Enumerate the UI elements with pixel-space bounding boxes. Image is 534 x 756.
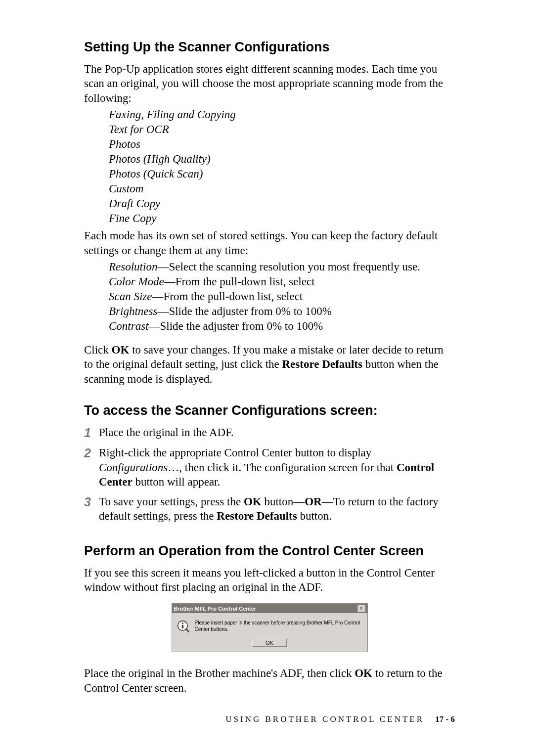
info-icon: [177, 620, 190, 633]
list-item: Text for OCR: [109, 122, 455, 137]
page-footer: USING BROTHER CONTROL CENTER 17 - 6: [225, 714, 455, 724]
dialog-content: Please insert paper in the scanner befor…: [172, 613, 367, 637]
save-paragraph: Click OK to save your changes. If you ma…: [84, 343, 455, 386]
svg-point-1: [181, 623, 183, 624]
settings-list: Resolution—Select the scanning resolutio…: [109, 260, 455, 333]
list-item: Photos: [109, 137, 455, 152]
step-1: 1 Place the original in the ADF.: [84, 425, 455, 441]
list-item: Brightness—Slide the adjuster from 0% to…: [109, 304, 455, 319]
perform-outro: Place the original in the Brother machin…: [84, 666, 455, 695]
dialog-title: Brother MFL Pro Control Center: [174, 606, 257, 612]
heading-setting-up: Setting Up the Scanner Configurations: [84, 40, 455, 55]
ok-button[interactable]: OK: [252, 639, 287, 647]
list-item: Resolution—Select the scanning resolutio…: [109, 260, 455, 274]
dialog-box: Brother MFL Pro Control Center × Please …: [172, 603, 368, 652]
steps-list: 1 Place the original in the ADF. 2 Right…: [84, 425, 455, 523]
svg-rect-2: [181, 625, 183, 628]
manual-page: Setting Up the Scanner Configurations Th…: [0, 0, 534, 756]
list-item: Photos (High Quality): [109, 152, 455, 167]
step-number: 1: [84, 425, 99, 441]
list-item: Photos (Quick Scan): [109, 167, 455, 181]
footer-text: USING BROTHER CONTROL CENTER: [225, 714, 424, 724]
step-number: 2: [84, 445, 99, 461]
step-3: 3 To save your settings, press the OK bu…: [84, 494, 455, 524]
step-2: 2 Right-click the appropriate Control Ce…: [84, 445, 455, 489]
dialog-button-row: OK: [172, 637, 367, 652]
dialog-titlebar: Brother MFL Pro Control Center ×: [172, 604, 367, 613]
list-item: Faxing, Filing and Copying: [109, 107, 455, 122]
page-number: 17 - 6: [435, 714, 455, 724]
heading-perform-operation: Perform an Operation from the Control Ce…: [84, 543, 455, 559]
list-item: Custom: [109, 181, 455, 196]
scan-modes-list: Faxing, Filing and Copying Text for OCR …: [109, 107, 455, 225]
list-item: Draft Copy: [109, 196, 455, 211]
heading-access-config: To access the Scanner Configurations scr…: [84, 403, 455, 418]
intro-paragraph-2: Each mode has its own set of stored sett…: [84, 228, 455, 258]
list-item: Scan Size—From the pull-down list, selec…: [109, 289, 455, 304]
step-number: 3: [84, 494, 99, 510]
perform-intro: If you see this screen it means you left…: [84, 566, 455, 595]
intro-paragraph-1: The Pop-Up application stores eight diff…: [84, 62, 455, 105]
dialog-message: Please insert paper in the scanner befor…: [195, 620, 362, 633]
close-icon[interactable]: ×: [357, 605, 365, 612]
list-item: Color Mode—From the pull-down list, sele…: [109, 274, 455, 289]
list-item: Contrast—Slide the adjuster from 0% to 1…: [109, 319, 455, 334]
list-item: Fine Copy: [109, 211, 455, 226]
